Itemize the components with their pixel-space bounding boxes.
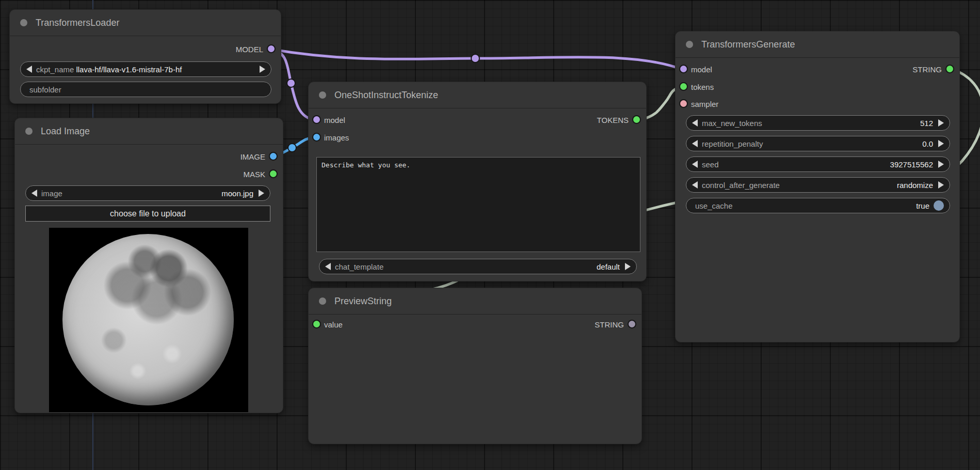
model-input-dot[interactable] [680,66,687,72]
node-status-icon [686,41,693,48]
input-label: value [324,320,343,329]
link-model-to-generate [270,49,682,69]
node-transformers-loader[interactable]: TransformersLoader MODEL ckpt_name llava… [9,9,281,104]
decrement-arrow-icon[interactable] [325,263,331,270]
increment-arrow-icon[interactable] [938,140,944,147]
increment-arrow-icon[interactable] [259,190,264,197]
input-slot-model: model [309,114,345,127]
value-input-dot[interactable] [313,321,320,327]
node-status-icon [319,297,326,305]
images-input-dot[interactable] [313,134,320,140]
tokens-output-dot[interactable] [633,116,640,123]
input-slot-model: model [676,63,712,76]
string-output-dot[interactable] [629,321,635,327]
moon-image [62,234,234,405]
link-midpoint-dot[interactable] [288,144,296,152]
input-slot-images: images [309,131,349,145]
input-slot-sampler: sampler [676,98,718,111]
widget-value: 512 [920,119,933,128]
node-header[interactable]: OneShotInstructTokenize [309,82,646,108]
increment-arrow-icon[interactable] [938,119,944,127]
input-label: model [324,116,345,124]
node-title: PreviewString [334,288,392,314]
widget-value: 0.0 [922,139,933,148]
tokens-input-dot[interactable] [680,83,687,90]
image-select-widget[interactable]: image moon.jpg [25,185,270,201]
input-slot-value: value [309,318,343,332]
image-output-dot[interactable] [270,153,277,160]
increment-arrow-icon[interactable] [260,66,265,73]
output-label: STRING [595,320,624,329]
widget-value: 3927515562 [890,160,933,169]
node-transformers-generate[interactable]: TransformersGenerate model tokens sample… [675,31,960,342]
decrement-arrow-icon[interactable] [692,119,698,127]
output-slot-tokens: TOKENS [597,114,646,127]
widget-label: subfolder [29,85,61,94]
widget-value: true [916,201,929,210]
output-label: MODEL [236,45,263,54]
increment-arrow-icon[interactable] [625,263,631,270]
sampler-input-dot[interactable] [680,100,687,107]
output-slot-mask: MASK [243,168,283,181]
node-preview-string[interactable]: PreviewString value STRING [308,288,642,444]
node-status-icon [20,19,27,26]
node-title: TransformersGenerate [701,32,795,57]
seed-widget[interactable]: seed 3927515562 [686,156,950,172]
output-label: IMAGE [240,152,265,161]
widget-value: default [597,262,620,271]
node-title: OneShotInstructTokenize [334,82,438,108]
decrement-arrow-icon[interactable] [692,181,698,189]
subfolder-input[interactable]: subfolder [20,82,271,97]
widget-label: max_new_tokens [702,119,762,128]
node-graph-canvas[interactable]: { "colors": { "link_purple": "#b49ae8", … [0,0,980,470]
decrement-arrow-icon[interactable] [692,140,698,147]
link-midpoint-dot[interactable] [471,54,479,62]
node-oneshot-instruct-tokenize[interactable]: OneShotInstructTokenize model images TOK… [308,82,647,281]
decrement-arrow-icon[interactable] [31,190,37,197]
toggle-knob[interactable] [934,200,944,211]
input-slot-tokens: tokens [676,81,714,94]
model-output-dot[interactable] [268,45,275,52]
string-output-dot[interactable] [946,66,953,72]
input-label: images [324,133,349,142]
decrement-arrow-icon[interactable] [26,66,32,73]
node-title: Load Image [41,118,90,144]
node-load-image[interactable]: Load Image IMAGE MASK image moon.jpg cho… [14,118,283,413]
output-label: TOKENS [597,116,629,124]
output-slot-image: IMAGE [240,150,283,164]
input-label: model [691,65,712,74]
choose-file-button[interactable]: choose file to upload [25,206,270,222]
max-new-tokens-widget[interactable]: max_new_tokens 512 [686,115,950,131]
link-midpoint-dot[interactable] [287,79,295,87]
input-label: tokens [691,83,714,91]
prompt-textarea[interactable]: Describe what you see. [316,157,640,252]
widget-label: use_cache [695,201,733,210]
increment-arrow-icon[interactable] [938,161,944,168]
output-label: STRING [912,65,942,74]
mask-output-dot[interactable] [270,170,277,177]
ckpt-name-widget[interactable]: ckpt_name llava-hf/llava-v1.6-mistral-7b… [20,61,271,77]
widget-label: chat_template [335,262,383,271]
node-status-icon [319,91,326,99]
node-header[interactable]: TransformersLoader [10,10,281,36]
output-label: MASK [243,170,265,179]
node-title: TransformersLoader [36,10,119,36]
output-slot-model: MODEL [236,43,281,56]
widget-label: image [41,189,62,198]
node-header[interactable]: PreviewString [309,288,641,315]
chat-template-widget[interactable]: chat_template default [319,259,637,274]
node-header[interactable]: TransformersGenerate [676,32,959,58]
repetition-penalty-widget[interactable]: repetition_penalty 0.0 [686,136,950,151]
output-slot-string: STRING [912,63,959,76]
widget-value: llava-hf/llava-v1.6-mistral-7b-hf [76,65,182,74]
node-header[interactable]: Load Image [15,118,283,145]
decrement-arrow-icon[interactable] [692,161,698,168]
widget-value: randomize [897,181,933,190]
widget-label: ckpt_name [36,65,74,74]
control-after-generate-widget[interactable]: control_after_generate randomize [686,177,950,193]
widget-label: repetition_penalty [702,139,763,148]
use-cache-toggle[interactable]: use_cache true [686,198,950,213]
increment-arrow-icon[interactable] [938,181,944,189]
output-slot-string: STRING [595,318,641,332]
model-input-dot[interactable] [313,116,320,123]
